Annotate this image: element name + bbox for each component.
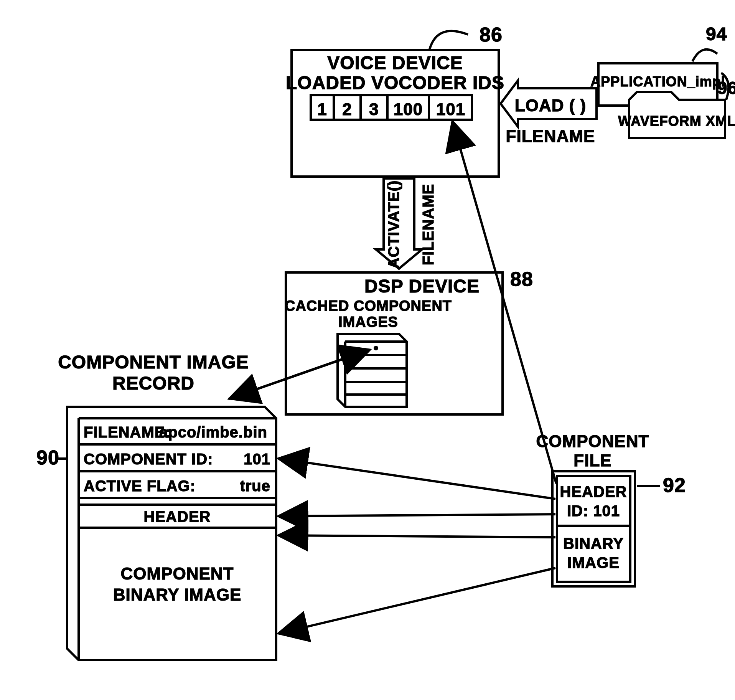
vocoder-id-row: 1 2 3 100 101 [311, 95, 472, 120]
svg-line-27 [279, 568, 555, 633]
cir-active-value: true [240, 477, 270, 494]
voice-device: VOICE DEVICE LOADED VOCODER IDS 1 2 3 10… [286, 23, 504, 177]
cir-filename-value: apco/imbe.bin [159, 424, 267, 441]
cir-binary-1: COMPONENT [121, 564, 234, 583]
cf-ref: 92 [663, 474, 686, 496]
load-arrow: LOAD ( ) FILENAME [501, 81, 597, 145]
application-label: APPLICATION_impl [590, 74, 725, 89]
activate-sublabel: FILENAME [420, 184, 437, 265]
cir-compid-value: 101 [244, 451, 270, 467]
cir-filename-label: FILENAME: [84, 424, 171, 441]
dsp-ref: 88 [510, 268, 533, 290]
cached-stack-icon [338, 334, 407, 407]
vocoder-id-4: 101 [436, 100, 465, 119]
dsp-title: DSP DEVICE [364, 276, 480, 296]
cf-binary-2: IMAGE [567, 554, 620, 571]
dsp-cached-1: CACHED COMPONENT [285, 298, 452, 314]
svg-line-24 [279, 459, 555, 499]
cf-header: HEADER [560, 483, 627, 500]
vocoder-id-1: 2 [342, 100, 352, 119]
application-ref: 94 [706, 24, 727, 44]
activate-label: ACTIVATE() [385, 180, 402, 269]
activate-arrow: ACTIVATE() FILENAME [376, 178, 437, 269]
dsp-cached-2: IMAGES [338, 314, 398, 330]
voice-device-ref: 86 [480, 23, 503, 46]
cir-header-label: HEADER [144, 508, 211, 525]
cir-active-label: ACTIVE FLAG: [84, 477, 196, 494]
load-sublabel: FILENAME [506, 127, 595, 145]
cir-title1: COMPONENT IMAGE [58, 352, 249, 372]
waveform-label: WAVEFORM XML [618, 113, 735, 129]
vocoder-id-2: 3 [369, 100, 379, 119]
vocoder-id-3: 100 [394, 100, 423, 119]
cir-binary-2: BINARY IMAGE [113, 585, 242, 604]
component-image-record: COMPONENT IMAGE RECORD FILENAME: apco/im… [36, 352, 276, 660]
vocoder-id-0: 1 [317, 100, 327, 119]
voice-device-title1: VOICE DEVICE [327, 53, 463, 73]
waveform-ref: 96 [717, 78, 735, 98]
cf-header-id: ID: 101 [567, 502, 620, 519]
cir-ref: 90 [36, 446, 59, 469]
load-label: LOAD ( ) [515, 96, 586, 115]
cir-title2: RECORD [112, 373, 194, 393]
voice-device-title2: LOADED VOCODER IDS [286, 73, 504, 93]
cf-title1: COMPONENT [536, 432, 649, 451]
svg-point-11 [374, 346, 378, 350]
dsp-device: DSP DEVICE CACHED COMPONENT IMAGES 88 [285, 268, 533, 414]
svg-line-25 [279, 514, 555, 516]
cf-binary-1: BINARY [563, 535, 624, 552]
cir-compid-label: COMPONENT ID: [84, 451, 213, 467]
component-file: COMPONENT FILE HEADER ID: 101 BINARY IMA… [536, 432, 686, 586]
cf-title2: FILE [573, 451, 611, 470]
svg-line-26 [279, 535, 555, 537]
